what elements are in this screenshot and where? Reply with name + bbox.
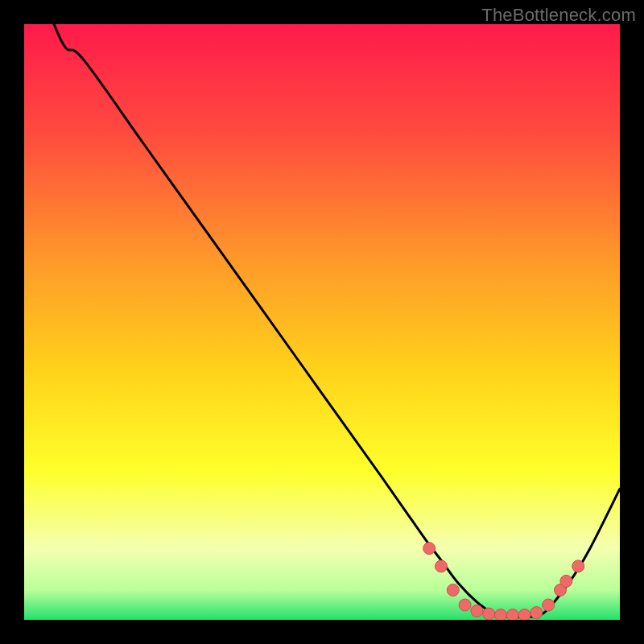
- curve-marker: [483, 608, 495, 620]
- curve-marker: [530, 607, 543, 619]
- curve-marker: [459, 599, 471, 611]
- curve-marker: [506, 609, 518, 620]
- curve-marker: [436, 560, 448, 572]
- curve-marker: [572, 560, 584, 572]
- chart-frame: TheBottleneck.com: [0, 0, 644, 644]
- curve-marker: [518, 609, 530, 620]
- plot-svg: [24, 24, 620, 620]
- curve-marker: [471, 605, 483, 617]
- watermark-text: TheBottleneck.com: [481, 5, 636, 26]
- curve-marker: [543, 599, 555, 611]
- gradient-background: [24, 24, 620, 620]
- curve-marker: [495, 609, 507, 620]
- curve-marker: [423, 543, 436, 555]
- curve-marker: [447, 584, 459, 597]
- curve-marker: [560, 575, 572, 587]
- plot-area: [24, 24, 620, 620]
